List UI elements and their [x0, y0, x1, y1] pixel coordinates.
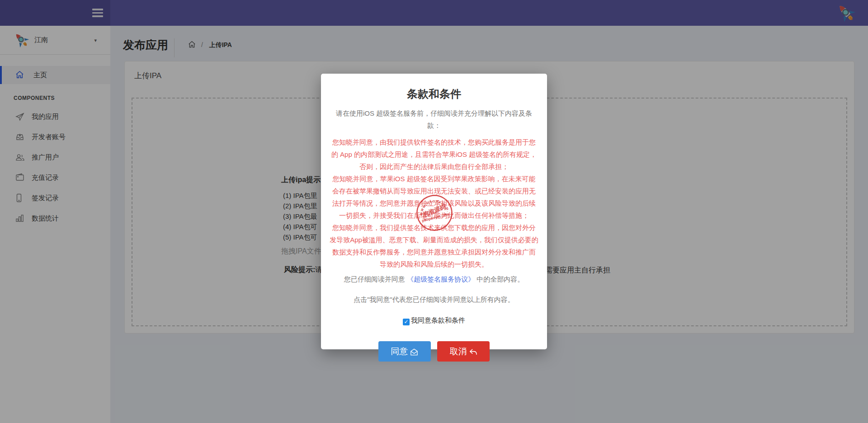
modal-term-3: 您知晓并同意，我们提供签名技术来供您下载您的应用，因您对外分发导致App被滥用、…	[329, 221, 539, 270]
agreement-suffix: 中的全部内容。	[475, 275, 524, 283]
modal-click-note: 点击"我同意"代表您已仔细阅读并同意以上所有内容。	[329, 293, 539, 306]
agree-button-label: 同意	[391, 347, 408, 356]
cancel-button-label: 取消	[450, 347, 467, 356]
modal-buttons: 同意 取消	[329, 341, 539, 362]
modal-term-1: 您知晓并同意，由我们提供软件签名的技术，您购买此服务是用于您的 App 的内部测…	[329, 136, 539, 173]
agree-checkbox-label: 我同意条款和条件	[411, 316, 465, 324]
reply-arrow-icon	[469, 348, 477, 356]
modal-term-2: 您知晓并同意，苹果iOS 超级签名因受到苹果政策影响，在未来可能会存在被苹果撤销…	[329, 173, 539, 221]
modal-title: 条款和条件	[329, 87, 539, 101]
terms-modal: 条款和条件 请在使用iOS 超级签名服务前，仔细阅读并充分理解以下内容及条款： …	[321, 74, 547, 349]
modal-agreement-line: 您已仔细阅读并同意 《超级签名服务协议》 中的全部内容。	[329, 273, 539, 285]
agreement-prefix: 您已仔细阅读并同意	[344, 275, 407, 283]
agree-button[interactable]: 同意	[378, 341, 431, 362]
modal-intro: 请在使用iOS 超级签名服务前，仔细阅读并充分理解以下内容及条款：	[329, 107, 539, 132]
cancel-button[interactable]: 取消	[437, 341, 490, 362]
agree-checkbox[interactable]: ✓	[403, 319, 410, 325]
agree-check-row: ✓我同意条款和条件	[329, 316, 539, 325]
envelope-open-icon	[410, 348, 418, 356]
service-agreement-link[interactable]: 《超级签名服务协议》	[407, 275, 475, 283]
